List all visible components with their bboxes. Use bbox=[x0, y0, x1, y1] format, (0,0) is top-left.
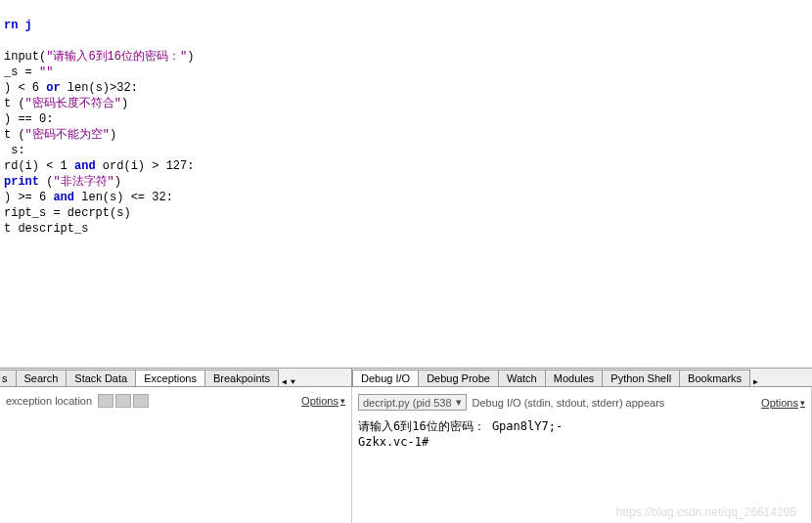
code-token: ) bbox=[110, 128, 116, 142]
debug-io-output[interactable]: 请输入6到16位的密码： Gpan8lY7;- Gzkx.vc-1# bbox=[356, 414, 807, 454]
debug-io-header: decript.py (pid 538 ▾ Debug I/O (stdin, … bbox=[356, 391, 807, 414]
code-token: "" bbox=[39, 65, 53, 79]
tab-python-shell[interactable]: Python Shell bbox=[602, 370, 680, 386]
tab-watch[interactable]: Watch bbox=[498, 370, 546, 386]
tab-partial[interactable]: s bbox=[0, 370, 17, 386]
code-token: "请输入6到16位的密码：" bbox=[46, 50, 187, 64]
code-token: t ( bbox=[4, 128, 25, 142]
code-token: len(s) <= 32: bbox=[74, 191, 173, 204]
code-token: t descript_s bbox=[4, 222, 88, 236]
debug-io-options[interactable]: Options bbox=[761, 397, 805, 409]
code-token: and bbox=[53, 191, 74, 204]
tab-bookmarks[interactable]: Bookmarks bbox=[679, 370, 750, 386]
debug-io-panel: decript.py (pid 538 ▾ Debug I/O (stdin, … bbox=[352, 387, 812, 523]
io-line: 请输入6到16位的密码： Gpan8lY7;- bbox=[358, 419, 563, 433]
tab-exceptions[interactable]: Exceptions bbox=[135, 370, 205, 386]
tabs-row: s Search Stack Data Exceptions Breakpoin… bbox=[0, 368, 812, 387]
arrow-right-icon[interactable]: ▶ bbox=[751, 377, 760, 386]
code-token: "密码不能为空" bbox=[25, 128, 110, 142]
code-token: "非法字符" bbox=[53, 175, 113, 189]
exceptions-panel-header: exception location Options bbox=[4, 391, 347, 412]
tool-icon-3[interactable] bbox=[133, 394, 149, 408]
tab-search[interactable]: Search bbox=[16, 370, 68, 386]
bottom-panels: exception location Options decript.py (p… bbox=[0, 387, 812, 523]
code-token: ) == 0: bbox=[4, 112, 53, 126]
tab-breakpoints[interactable]: Breakpoints bbox=[204, 370, 279, 386]
tab-nav-right: ▶ bbox=[749, 377, 762, 386]
process-dropdown[interactable]: decript.py (pid 538 ▾ bbox=[358, 394, 467, 411]
code-token: _s = bbox=[4, 65, 39, 79]
code-token: ) bbox=[121, 97, 128, 110]
tab-nav-left: ◀ ▼ bbox=[278, 377, 299, 386]
process-dropdown-label: decript.py (pid 538 bbox=[363, 397, 452, 409]
tab-modules[interactable]: Modules bbox=[545, 370, 604, 386]
code-token: print bbox=[4, 175, 39, 189]
code-token: or bbox=[46, 81, 60, 95]
code-token: ( bbox=[39, 175, 53, 189]
code-token: and bbox=[74, 159, 96, 173]
arrow-left-icon[interactable]: ◀ bbox=[280, 377, 289, 386]
tab-stack-data[interactable]: Stack Data bbox=[66, 370, 136, 386]
code-token: len(s)>32: bbox=[61, 81, 138, 95]
exception-toolbar bbox=[98, 394, 149, 408]
right-tab-group: Debug I/O Debug Probe Watch Modules Pyth… bbox=[352, 369, 812, 386]
code-token: input( bbox=[4, 50, 46, 64]
exception-location-label: exception location bbox=[6, 395, 92, 407]
tool-icon-2[interactable] bbox=[115, 394, 131, 408]
code-token: ript_s = decrpt(s) bbox=[4, 206, 131, 220]
chevron-down-icon: ▾ bbox=[456, 396, 462, 409]
arrow-down-icon[interactable]: ▼ bbox=[289, 377, 297, 386]
tab-debug-io[interactable]: Debug I/O bbox=[352, 370, 419, 386]
io-line: Gzkx.vc-1# bbox=[358, 435, 429, 449]
code-editor[interactable]: rn j input("请输入6到16位的密码：") _s = "" ) < 6… bbox=[0, 0, 812, 368]
code-token: ) < 6 bbox=[4, 81, 46, 95]
code-token: ) >= 6 bbox=[4, 191, 53, 204]
code-token: ord(i) > 127: bbox=[96, 159, 195, 173]
code-token: t ( bbox=[4, 97, 25, 110]
exceptions-panel: exception location Options bbox=[0, 387, 352, 523]
code-token: s: bbox=[4, 144, 25, 157]
code-token: ) bbox=[187, 50, 194, 64]
code-token: ) bbox=[114, 175, 121, 189]
tab-debug-probe[interactable]: Debug Probe bbox=[418, 370, 499, 386]
tool-icon-1[interactable] bbox=[98, 394, 113, 408]
code-token: rd(i) < 1 bbox=[4, 159, 74, 173]
exceptions-options[interactable]: Options bbox=[301, 395, 345, 407]
code-token: rn j bbox=[4, 19, 32, 32]
debug-io-description: Debug I/O (stdin, stdout, stderr) appear… bbox=[473, 397, 665, 409]
left-tab-group: s Search Stack Data Exceptions Breakpoin… bbox=[0, 369, 352, 386]
code-token: "密码长度不符合" bbox=[25, 97, 121, 110]
